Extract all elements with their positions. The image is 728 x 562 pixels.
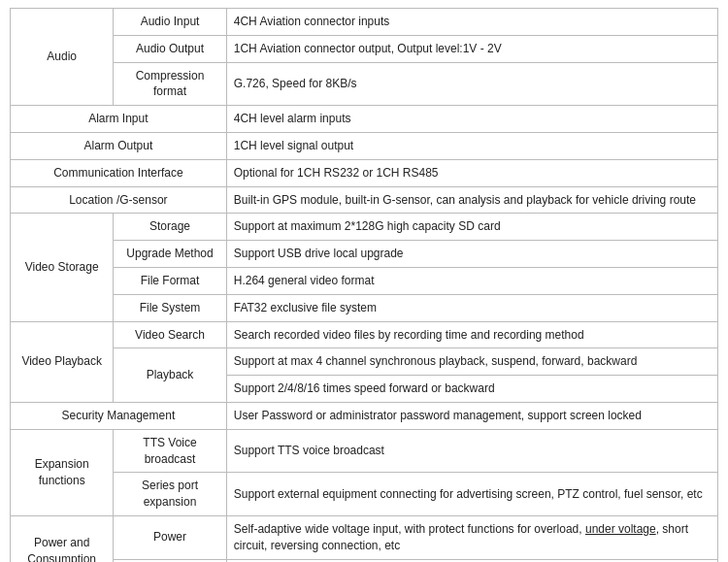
sub-tts: TTS Voice broadcast: [114, 429, 226, 473]
table-row: Series port expansion Support external e…: [11, 473, 718, 516]
cat-power: Power and Consumption: [11, 515, 114, 562]
sub-file-format: File Format: [114, 267, 226, 294]
cat-comm-interface: Communication Interface: [11, 159, 227, 186]
cat-security: Security Management: [11, 402, 227, 429]
val-comm-interface: Optional for 1CH RS232 or 1CH RS485: [226, 159, 717, 186]
val-playback1: Support at max 4 channel synchronous pla…: [226, 348, 717, 376]
cat-video-storage: Video Storage: [11, 214, 114, 321]
sub-file-system: File System: [114, 294, 226, 321]
table-row: Alarm Output 1CH level signal output: [11, 132, 718, 159]
val-compression: G.726, Speed for 8KB/s: [226, 62, 717, 106]
sub-series-port: Series port expansion: [114, 473, 226, 516]
sub-audio-input: Audio Input: [114, 9, 226, 36]
table-row: Communication Interface Optional for 1CH…: [11, 159, 718, 186]
val-audio-output: 1CH Aviation connector output, Output le…: [226, 35, 717, 62]
table-row: Compression format G.726, Speed for 8KB/…: [11, 62, 718, 106]
specs-table: Audio Audio Input 4CH Aviation connector…: [10, 8, 718, 562]
val-series-port: Support external equipment connecting fo…: [226, 473, 717, 516]
cat-video-playback: Video Playback: [11, 321, 114, 402]
table-row: Power and Consumption Power Self-adaptiv…: [11, 515, 718, 559]
val-file-format: H.264 general video format: [226, 267, 717, 294]
undervoltage-text: under voltage: [585, 522, 656, 536]
sub-power: Power: [114, 515, 226, 559]
val-alarm-output: 1CH level signal output: [226, 132, 717, 159]
sub-storage: Storage: [114, 214, 226, 241]
cat-audio: Audio: [11, 9, 114, 106]
specs-table-container: Audio Audio Input 4CH Aviation connector…: [0, 0, 728, 562]
val-alarm-input: 4CH level alarm inputs: [226, 106, 717, 133]
table-row: Video Playback Video Search Search recor…: [11, 321, 718, 348]
table-row: Security Management User Password or adm…: [11, 402, 718, 429]
val-video-search: Search recorded video files by recording…: [226, 321, 717, 348]
val-storage: Support at maximum 2*128G high capacity …: [226, 214, 717, 241]
table-row: Expansion functions TTS Voice broadcast …: [11, 429, 718, 473]
val-security: User Password or administrator password …: [226, 402, 717, 429]
sub-audio-output: Audio Output: [114, 35, 226, 62]
val-audio-input: 4CH Aviation connector inputs: [226, 9, 717, 36]
table-row: File System FAT32 exclusive file system: [11, 294, 718, 321]
table-row: File Format H.264 general video format: [11, 267, 718, 294]
val-location: Built-in GPS module, built-in G-sensor, …: [226, 186, 717, 214]
table-row: Location /G-sensor Built-in GPS module, …: [11, 186, 718, 214]
cat-alarm-output: Alarm Output: [11, 132, 227, 159]
val-upgrade: Support USB drive local upgrade: [226, 241, 717, 268]
table-row: Video Storage Storage Support at maximum…: [11, 214, 718, 241]
sub-playback: Playback: [114, 348, 226, 403]
table-row: Audio Audio Input 4CH Aviation connector…: [11, 9, 718, 36]
val-tts: Support TTS voice broadcast: [226, 429, 717, 473]
sub-video-search: Video Search: [114, 321, 226, 348]
sub-compression: Compression format: [114, 62, 226, 106]
sub-upgrade: Upgrade Method: [114, 241, 226, 268]
cat-alarm-input: Alarm Input: [11, 106, 227, 133]
table-row: Upgrade Method Support USB drive local u…: [11, 241, 718, 268]
table-row: Alarm Input 4CH level alarm inputs: [11, 106, 718, 133]
val-file-system: FAT32 exclusive file system: [226, 294, 717, 321]
table-row: Audio Output 1CH Aviation connector outp…: [11, 35, 718, 62]
val-power: Self-adaptive wide voltage input, with p…: [226, 515, 717, 559]
val-playback2: Support 2/4/8/16 times speed forward or …: [226, 376, 717, 403]
cat-location: Location /G-sensor: [11, 186, 227, 214]
table-row: Playback Support at max 4 channel synchr…: [11, 348, 718, 376]
cat-expansion: Expansion functions: [11, 429, 114, 515]
